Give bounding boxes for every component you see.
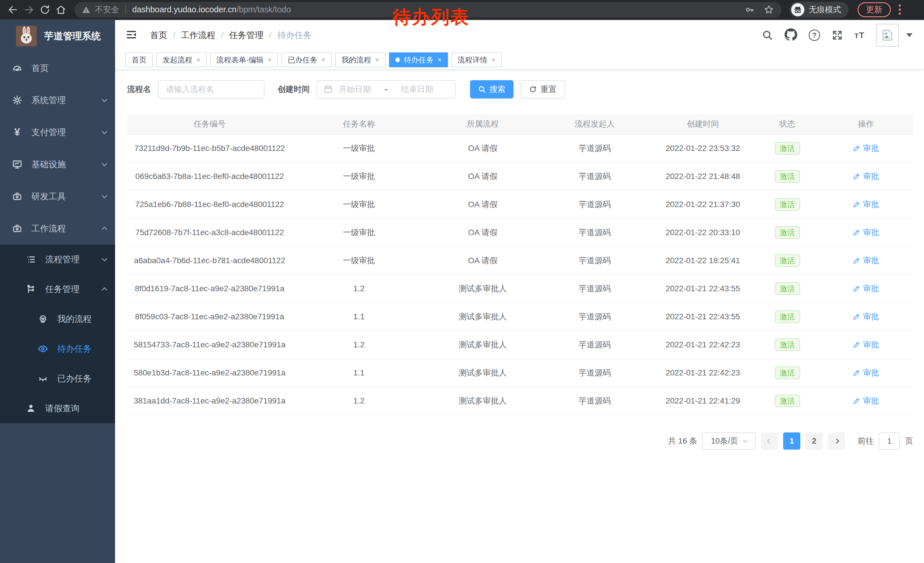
sidebar-item-label: 请假查询 xyxy=(45,402,80,414)
edit-icon xyxy=(853,173,860,180)
sidebar-item-label: 我的流程 xyxy=(57,313,92,325)
status-badge: 激活 xyxy=(775,254,800,267)
bookmark-star-icon[interactable] xyxy=(764,5,774,15)
tab-start-process[interactable]: 发起流程× xyxy=(156,53,207,67)
browser-menu-icon[interactable] xyxy=(899,5,901,15)
update-button[interactable]: 更新 xyxy=(858,2,891,17)
avatar[interactable] xyxy=(876,24,899,47)
col-create-time: 创建时间 xyxy=(650,119,756,129)
close-icon[interactable]: × xyxy=(196,56,200,63)
prev-page-button[interactable] xyxy=(761,432,778,450)
breadcrumb-workflow[interactable]: 工作流程 xyxy=(181,30,215,41)
tab-form-edit[interactable]: 流程表单-编辑× xyxy=(210,53,278,67)
sidebar-item-label: 已办任务 xyxy=(57,373,92,384)
chevron-down-icon xyxy=(102,129,107,134)
reload-icon[interactable] xyxy=(38,3,51,17)
breadcrumb-task-mgmt[interactable]: 任务管理 xyxy=(229,30,264,41)
approve-link[interactable]: 审批 xyxy=(853,339,879,350)
sidebar-item-done-tasks[interactable]: 已办任务 xyxy=(0,364,115,393)
process-name-input[interactable]: 请输入流程名 xyxy=(158,80,264,99)
close-icon[interactable]: × xyxy=(492,56,495,63)
close-icon[interactable]: × xyxy=(438,56,442,63)
back-icon[interactable] xyxy=(6,3,20,17)
page-1-button[interactable]: 1 xyxy=(783,432,800,450)
close-icon[interactable]: × xyxy=(375,56,379,63)
approve-link[interactable]: 审批 xyxy=(853,199,879,210)
date-range-picker[interactable]: 开始日期 - 结束日期 xyxy=(316,80,456,99)
eye-closed-icon xyxy=(37,374,49,384)
next-page-button[interactable] xyxy=(828,432,845,450)
approve-link[interactable]: 审批 xyxy=(853,283,879,294)
approve-link[interactable]: 审批 xyxy=(853,143,879,154)
sidebar-item-devtools[interactable]: 研发工具 xyxy=(0,180,115,213)
key-icon[interactable] xyxy=(745,5,754,15)
approve-link[interactable]: 审批 xyxy=(853,255,879,266)
sidebar-item-my-process[interactable]: 我的流程 xyxy=(0,304,115,334)
tab-my-process[interactable]: 我的流程× xyxy=(335,53,386,67)
sidebar-item-task-mgmt[interactable]: 任务管理 xyxy=(0,274,115,304)
status-badge: 激活 xyxy=(775,198,800,211)
logo-rabbit-image xyxy=(16,26,37,47)
robot-icon xyxy=(37,314,49,324)
sidebar-item-infra[interactable]: 基础设施 xyxy=(0,148,115,180)
page-size-select[interactable]: 10条/页 xyxy=(702,432,756,450)
sidebar-item-payment[interactable]: ¥ 支付管理 xyxy=(0,116,115,148)
search-icon[interactable] xyxy=(762,30,773,41)
gear-icon xyxy=(12,95,23,105)
fullscreen-icon[interactable] xyxy=(831,30,843,41)
github-icon[interactable] xyxy=(784,29,797,42)
table-row: 8f059c03-7ac8-11ec-a9e2-a2380e71991a 1.1… xyxy=(127,303,913,331)
sidebar-item-label: 首页 xyxy=(32,62,49,74)
approve-link[interactable]: 审批 xyxy=(853,171,879,182)
sidebar-collapse-icon[interactable] xyxy=(125,29,137,42)
avatar-caret-icon[interactable] xyxy=(906,33,912,37)
help-icon[interactable]: ? xyxy=(808,30,820,41)
search-button[interactable]: 搜索 xyxy=(470,80,513,99)
sidebar-item-home[interactable]: 首页 xyxy=(0,52,115,84)
home-icon[interactable] xyxy=(54,3,68,17)
page-unit-label: 页 xyxy=(905,435,913,446)
reset-button[interactable]: 重置 xyxy=(520,80,565,99)
tab-done-tasks[interactable]: 已办任务× xyxy=(281,53,332,67)
font-size-icon[interactable]: тT xyxy=(855,30,864,40)
sidebar-item-label: 工作流程 xyxy=(32,223,66,234)
sidebar-item-label: 支付管理 xyxy=(32,126,66,138)
approve-link[interactable]: 审批 xyxy=(853,311,879,322)
sidebar-item-leave-query[interactable]: 请假查询 xyxy=(0,393,115,423)
sidebar-item-process-mgmt[interactable]: 流程管理 xyxy=(0,245,115,274)
status-badge: 激活 xyxy=(775,395,800,407)
chevron-down-icon xyxy=(743,438,748,443)
chevron-down-icon xyxy=(102,161,107,167)
status-badge: 激活 xyxy=(775,170,800,183)
app-logo[interactable]: 芋道管理系统 xyxy=(0,20,115,52)
edit-icon xyxy=(853,145,860,152)
forward-icon[interactable] xyxy=(22,3,36,17)
approve-link[interactable]: 审批 xyxy=(853,395,879,406)
tab-process-detail[interactable]: 流程详情× xyxy=(452,53,502,67)
warning-icon xyxy=(82,6,90,14)
monitor-icon xyxy=(12,159,23,170)
goto-page-input[interactable]: 1 xyxy=(879,432,900,450)
table-row: 725a1eb6-7b88-11ec-8ef0-acde48001122 一级审… xyxy=(127,191,913,219)
chevron-up-icon xyxy=(102,227,107,232)
table-row: 069c6a63-7b8a-11ec-8ef0-acde48001122 一级审… xyxy=(127,163,913,191)
page-2-button[interactable]: 2 xyxy=(806,432,823,450)
approve-link[interactable]: 审批 xyxy=(853,368,879,378)
close-icon[interactable]: × xyxy=(321,56,326,63)
refresh-icon xyxy=(529,86,537,93)
create-time-label: 创建时间 xyxy=(278,84,310,95)
security-label: 不安全 xyxy=(95,4,119,15)
sidebar-item-todo-tasks[interactable]: 待办任务 xyxy=(0,334,115,364)
tab-home[interactable]: 首页 xyxy=(125,53,153,67)
sidebar-item-system[interactable]: 系统管理 xyxy=(0,84,115,116)
table-row: 73211d9d-7b9b-11ec-b5b7-acde48001122 一级审… xyxy=(127,135,913,163)
close-icon[interactable]: × xyxy=(268,56,272,63)
approve-link[interactable]: 审批 xyxy=(853,227,879,238)
tab-todo-tasks[interactable]: 待办任务× xyxy=(389,53,448,67)
filter-bar: 流程名 请输入流程名 创建时间 开始日期 - 结束日期 搜索 重置 xyxy=(127,80,913,99)
status-badge: 激活 xyxy=(775,311,800,323)
edit-icon xyxy=(853,369,860,377)
breadcrumb-home[interactable]: 首页 xyxy=(150,30,167,41)
sidebar-item-label: 待办任务 xyxy=(57,343,92,355)
sidebar-item-workflow[interactable]: 工作流程 xyxy=(0,213,115,245)
